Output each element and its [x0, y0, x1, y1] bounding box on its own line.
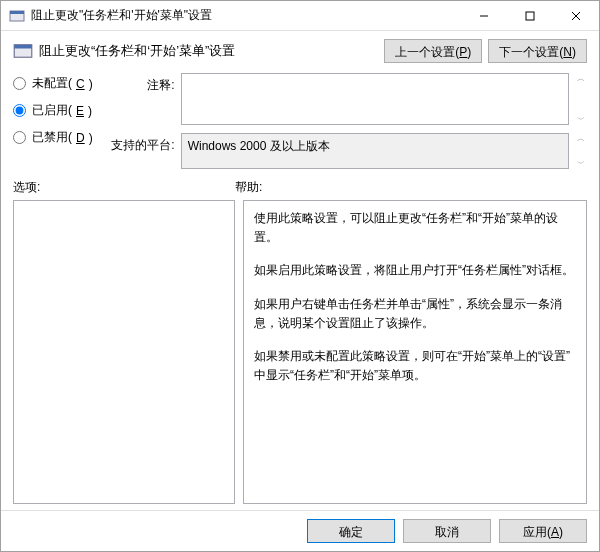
- maximize-button[interactable]: [507, 1, 553, 31]
- options-panel: [13, 200, 235, 504]
- next-setting-button[interactable]: 下一个设置(N): [488, 39, 587, 63]
- policy-icon: [13, 41, 33, 61]
- radio-enabled[interactable]: 已启用(E): [13, 102, 93, 119]
- minimize-button[interactable]: [461, 1, 507, 31]
- svg-rect-3: [526, 12, 534, 20]
- close-button[interactable]: [553, 1, 599, 31]
- comment-input[interactable]: [181, 73, 569, 125]
- chevron-down-icon: ﹀: [575, 114, 587, 125]
- help-paragraph: 使用此策略设置，可以阻止更改“任务栏”和“开始”菜单的设置。: [254, 209, 576, 247]
- window-title: 阻止更改"任务栏和'开始'菜单"设置: [31, 7, 212, 24]
- config-area: 未配置(C) 已启用(E) 已禁用(D) 注释: ︿﹀ 支持: [13, 73, 587, 169]
- supported-platform-text: Windows 2000 及以上版本: [188, 139, 330, 153]
- svg-rect-7: [14, 45, 32, 49]
- options-label: 选项:: [13, 179, 235, 196]
- apply-button[interactable]: 应用(A): [499, 519, 587, 543]
- dialog-window: 阻止更改"任务栏和'开始'菜单"设置 阻止更改“任务栏和‘开始’菜单”设置 上一…: [0, 0, 600, 552]
- panels-header: 选项: 帮助:: [13, 179, 587, 196]
- previous-setting-button[interactable]: 上一个设置(P): [384, 39, 482, 63]
- chevron-down-icon: ﹀: [575, 158, 587, 169]
- radio-enabled-input[interactable]: [13, 104, 26, 117]
- comment-label: 注释:: [107, 73, 175, 94]
- chevron-up-icon: ︿: [575, 133, 587, 144]
- policy-icon: [9, 8, 25, 24]
- state-radio-group: 未配置(C) 已启用(E) 已禁用(D): [13, 73, 93, 169]
- policy-title: 阻止更改“任务栏和‘开始’菜单”设置: [39, 42, 235, 60]
- help-label: 帮助:: [235, 179, 262, 196]
- footer: 确定 取消 应用(A): [1, 510, 599, 551]
- header-row: 阻止更改“任务栏和‘开始’菜单”设置 上一个设置(P) 下一个设置(N): [13, 39, 587, 63]
- content-area: 阻止更改“任务栏和‘开始’菜单”设置 上一个设置(P) 下一个设置(N) 未配置…: [1, 31, 599, 510]
- panels: 使用此策略设置，可以阻止更改“任务栏”和“开始”菜单的设置。 如果启用此策略设置…: [13, 200, 587, 504]
- help-paragraph: 如果用户右键单击任务栏并单击“属性”，系统会显示一条消息，说明某个设置阻止了该操…: [254, 295, 576, 333]
- radio-not-configured[interactable]: 未配置(C): [13, 75, 93, 92]
- help-paragraph: 如果启用此策略设置，将阻止用户打开“任务栏属性”对话框。: [254, 261, 576, 280]
- chevron-up-icon: ︿: [575, 73, 587, 84]
- radio-not-configured-input[interactable]: [13, 77, 26, 90]
- svg-rect-1: [10, 11, 24, 14]
- cancel-button[interactable]: 取消: [403, 519, 491, 543]
- help-panel: 使用此策略设置，可以阻止更改“任务栏”和“开始”菜单的设置。 如果启用此策略设置…: [243, 200, 587, 504]
- supported-platform-box: Windows 2000 及以上版本: [181, 133, 569, 169]
- radio-disabled[interactable]: 已禁用(D): [13, 129, 93, 146]
- radio-disabled-input[interactable]: [13, 131, 26, 144]
- ok-button[interactable]: 确定: [307, 519, 395, 543]
- platform-label: 支持的平台:: [107, 133, 175, 154]
- help-paragraph: 如果禁用或未配置此策略设置，则可在“开始”菜单上的“设置”中显示“任务栏”和“开…: [254, 347, 576, 385]
- titlebar: 阻止更改"任务栏和'开始'菜单"设置: [1, 1, 599, 31]
